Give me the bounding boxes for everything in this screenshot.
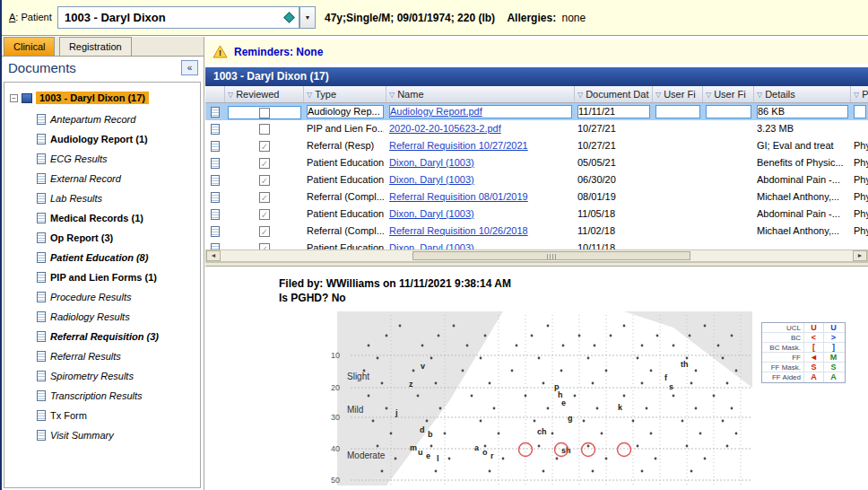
tree-item[interactable]: Medical Records (1) bbox=[4, 208, 200, 228]
table-row[interactable]: Referral (Compl... Referral Requisition … bbox=[205, 188, 868, 206]
column-header[interactable]: ▽ User Fi ▼ bbox=[653, 86, 703, 102]
reviewed-checkbox[interactable] bbox=[259, 175, 270, 186]
reviewed-checkbox[interactable] bbox=[259, 141, 270, 152]
column-header[interactable]: ▽ Details ▼ bbox=[754, 86, 851, 102]
tab-clinical[interactable]: Clinical bbox=[4, 37, 55, 56]
doc-name-link[interactable]: Audiology Report.pdf bbox=[390, 106, 482, 117]
collapse-panel-button[interactable]: « bbox=[181, 60, 198, 75]
tree-item[interactable]: Radiology Results bbox=[4, 307, 200, 327]
tree-root-node[interactable]: − 1003 - Daryl Dixon (17) bbox=[10, 90, 200, 106]
doc-name-link[interactable]: Referral Requisition 10/26/2018 bbox=[389, 225, 528, 236]
scroll-right-arrow[interactable]: ► bbox=[853, 250, 867, 261]
audiogram-legend: UCL U U BC < > BC Mask. [ ] FF ◄ M FF Ma… bbox=[761, 322, 846, 383]
document-icon bbox=[211, 209, 220, 220]
patient-folder-icon bbox=[22, 93, 32, 103]
filter-icon[interactable]: ▽ bbox=[854, 91, 859, 99]
doc-name-link[interactable]: Referral Requisition 08/01/2019 bbox=[389, 191, 528, 202]
column-header[interactable]: ▽ User Fi ▼ bbox=[703, 86, 754, 102]
svg-text:r: r bbox=[490, 451, 494, 460]
table-row[interactable]: Referral (Compl... Referral Requisition … bbox=[205, 223, 868, 240]
tree-item[interactable]: Procedure Results bbox=[4, 287, 200, 307]
allergies-value: none bbox=[561, 12, 586, 24]
svg-text:th: th bbox=[681, 360, 689, 369]
doc-pro: Phy bbox=[854, 223, 868, 240]
tree-expander-icon[interactable]: − bbox=[10, 94, 18, 102]
doc-details: GI; Eval and treat bbox=[757, 137, 848, 154]
table-row[interactable]: PIP and Lien Fo... 2020-02-20-105623-2.p… bbox=[205, 120, 868, 137]
tree-item[interactable]: Transcription Results bbox=[4, 386, 200, 406]
filter-icon[interactable]: ▽ bbox=[706, 91, 711, 99]
horizontal-scrollbar[interactable]: ◄ ► bbox=[205, 249, 868, 262]
doc-date: 08/01/19 bbox=[577, 188, 650, 206]
document-icon bbox=[37, 390, 46, 401]
tree-item[interactable]: Lab Results bbox=[4, 188, 200, 208]
tree-item[interactable]: Tx Form bbox=[4, 406, 200, 425]
doc-name-link[interactable]: Dixon, Daryl (1003) bbox=[389, 157, 474, 168]
reviewed-checkbox[interactable] bbox=[259, 158, 270, 169]
document-icon bbox=[211, 158, 220, 169]
column-header[interactable]: ▽ Type ▼ bbox=[304, 86, 386, 102]
doc-name-link[interactable]: Referral Requisition 10/27/2021 bbox=[389, 140, 528, 151]
tree-item[interactable]: Antepartum Record bbox=[4, 109, 200, 129]
column-label: Name bbox=[397, 89, 423, 100]
tree-item[interactable]: Spirometry Results bbox=[4, 366, 200, 386]
user-field-1 bbox=[655, 105, 700, 118]
tree-item-label: Lab Results bbox=[50, 193, 102, 204]
doc-pro: Phy bbox=[854, 154, 868, 171]
filter-icon[interactable]: ▽ bbox=[228, 91, 233, 99]
column-header[interactable]: ▽ Pro ▼ bbox=[851, 86, 868, 102]
svg-text:j: j bbox=[395, 408, 398, 417]
patient-dropdown-button[interactable]: ▼ bbox=[299, 6, 316, 29]
tree-item[interactable]: Audiology Report (1) bbox=[4, 129, 200, 149]
tree-item[interactable]: PIP and Lien Forms (1) bbox=[4, 267, 200, 287]
tree-item[interactable]: Op Report (3) bbox=[4, 228, 200, 248]
filter-icon[interactable]: ▽ bbox=[307, 91, 312, 99]
legend-row: BC < > bbox=[762, 333, 845, 343]
reviewed-checkbox[interactable] bbox=[259, 209, 270, 220]
patient-selector[interactable]: 1003 - Daryl Dixon bbox=[57, 6, 299, 29]
reviewed-checkbox[interactable] bbox=[259, 124, 270, 135]
table-row[interactable]: Patient Education Dixon, Daryl (1003) 10… bbox=[205, 240, 868, 249]
reminders-link[interactable]: Reminders: None bbox=[234, 46, 323, 58]
scroll-left-arrow[interactable]: ◄ bbox=[206, 250, 221, 261]
column-header[interactable]: ▽ Name ▼ bbox=[386, 86, 575, 102]
tree-item[interactable]: Referral Results bbox=[4, 346, 200, 366]
reviewed-checkbox[interactable] bbox=[259, 108, 270, 118]
table-row[interactable]: Patient Education Dixon, Daryl (1003) 11… bbox=[205, 206, 868, 223]
filter-icon[interactable]: ▽ bbox=[757, 91, 762, 99]
reviewed-checkbox[interactable] bbox=[259, 226, 270, 237]
tab-registration[interactable]: Registration bbox=[59, 37, 132, 56]
table-row[interactable]: Referral (Resp) Referral Requisition 10/… bbox=[205, 137, 868, 154]
column-header[interactable]: ▽ Document Dat ▼ bbox=[575, 86, 653, 102]
doc-details: Benefits of Physic... bbox=[757, 154, 848, 171]
tree-item[interactable]: Patient Education (8) bbox=[4, 248, 200, 267]
patient-demographics: 47y;Single/M; 09/01/1974; 220 (lb) Aller… bbox=[325, 12, 586, 24]
doc-pro bbox=[854, 120, 866, 137]
filter-icon[interactable]: ▽ bbox=[577, 91, 583, 99]
reviewed-checkbox[interactable] bbox=[259, 243, 270, 250]
doc-name-link[interactable]: Dixon, Daryl (1003) bbox=[389, 208, 474, 219]
doc-date: 05/05/21 bbox=[577, 154, 650, 171]
column-header[interactable]: ▽ ▼ bbox=[205, 86, 225, 102]
reviewed-checkbox[interactable] bbox=[259, 192, 270, 203]
filter-icon[interactable]: ▽ bbox=[389, 91, 395, 99]
column-header[interactable]: ▽ Reviewed ▼ bbox=[225, 86, 304, 102]
user-field-2 bbox=[706, 137, 751, 154]
tree-item[interactable]: ECG Results bbox=[4, 149, 200, 169]
doc-name-link[interactable]: Dixon, Daryl (1003) bbox=[389, 242, 474, 249]
doc-details: Michael Anthony,... bbox=[757, 188, 848, 206]
tree-item[interactable]: Visit Summary bbox=[4, 425, 200, 445]
user-field-2 bbox=[706, 240, 751, 249]
doc-name-link[interactable]: Dixon, Daryl (1003) bbox=[389, 174, 474, 185]
table-row[interactable]: Audiology Rep... Audiology Report.pdf 11… bbox=[205, 103, 868, 120]
table-row[interactable]: Patient Education Dixon, Daryl (1003) 06… bbox=[205, 171, 868, 188]
column-label: User Fi bbox=[714, 89, 745, 100]
tree-item[interactable]: External Record bbox=[4, 169, 200, 188]
table-row[interactable]: Patient Education Dixon, Daryl (1003) 05… bbox=[205, 154, 868, 171]
user-field-2 bbox=[706, 223, 751, 240]
doc-name-link[interactable]: 2020-02-20-105623-2.pdf bbox=[389, 123, 501, 134]
filter-icon[interactable]: ▽ bbox=[655, 91, 661, 99]
tree-item[interactable]: Referral Requisition (3) bbox=[4, 327, 200, 346]
scrollbar-thumb[interactable] bbox=[412, 251, 690, 260]
doc-type: Patient Education bbox=[307, 154, 384, 171]
